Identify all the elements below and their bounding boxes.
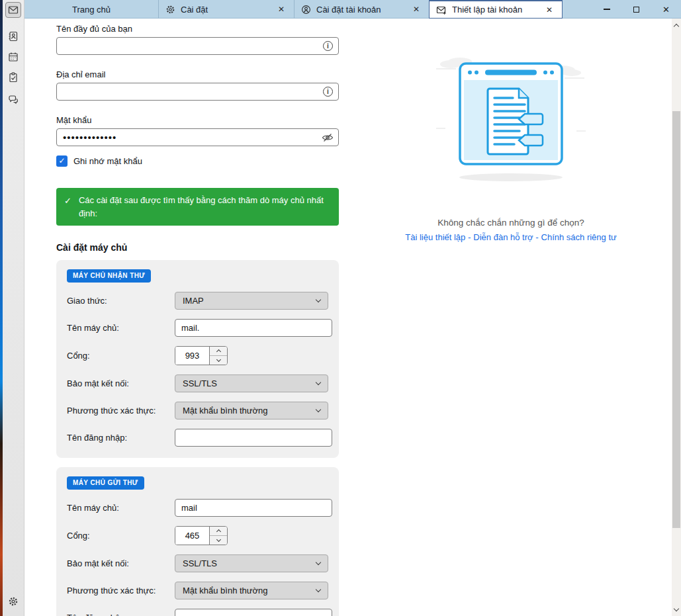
password-input[interactable] xyxy=(56,128,339,146)
scrollbar-thumb[interactable] xyxy=(672,111,680,528)
outgoing-hostname-input[interactable] xyxy=(175,499,332,517)
close-icon[interactable]: ✕ xyxy=(275,3,287,15)
port-spinner xyxy=(209,527,227,545)
tab-label: Cài đặt tài khoản xyxy=(316,5,406,15)
close-window-button[interactable]: ✕ xyxy=(651,0,681,19)
chevron-down-icon xyxy=(316,587,321,592)
username-label: Tên đăng nhập: xyxy=(67,433,175,443)
minimize-icon xyxy=(604,9,610,9)
protocol-row: Giao thức: IMAP xyxy=(67,292,328,310)
chat-icon xyxy=(8,94,19,105)
eye-slash-icon[interactable] xyxy=(322,133,334,142)
auth-row: Phương thức xác thực: Mật khẩu bình thườ… xyxy=(67,402,328,419)
outgoing-port-input[interactable] xyxy=(175,527,209,545)
gear-icon xyxy=(8,596,19,607)
incoming-security-select[interactable]: SSL/TLS xyxy=(175,374,328,392)
spaces-toolbar xyxy=(3,0,24,616)
chevron-up-icon xyxy=(216,349,220,354)
hostname-label: Tên máy chủ: xyxy=(67,323,175,333)
tab-home[interactable]: Trang chủ xyxy=(24,0,159,19)
space-tasks[interactable] xyxy=(5,69,21,85)
outgoing-auth-select[interactable]: Mật khẩu bình thường xyxy=(175,582,328,599)
security-row: Bảo mật kết nối: SSL/TLS xyxy=(67,374,328,392)
incoming-hostname-input[interactable] xyxy=(175,319,332,337)
username-label: Tên đăng nhập: xyxy=(67,613,175,616)
gear-icon xyxy=(165,5,175,15)
account-form: Tên đầy đủ của bạn i Địa chỉ email i Mật… xyxy=(56,24,339,616)
server-settings-title: Cài đặt máy chủ xyxy=(56,242,339,253)
hostname-label: Tên máy chủ: xyxy=(67,503,175,513)
maximize-icon xyxy=(633,7,639,13)
port-row: Cổng: xyxy=(67,526,328,545)
support-forum-link[interactable]: Diễn đàn hỗ trợ xyxy=(473,232,533,242)
username-row: Tên đăng nhập: xyxy=(67,429,328,447)
chevron-down-icon xyxy=(316,560,321,565)
auth-row: Phương thức xác thực: Mật khẩu bình thườ… xyxy=(67,582,328,599)
setup-docs-link[interactable]: Tài liệu thiết lập xyxy=(405,232,465,242)
account-icon xyxy=(301,5,311,15)
chevron-down-icon xyxy=(316,297,321,302)
spinner-up-button[interactable] xyxy=(210,527,227,536)
minimize-button[interactable] xyxy=(592,0,621,19)
tab-settings[interactable]: Cài đặt ✕ xyxy=(159,0,295,19)
help-links: Tài liệu thiết lập - Diễn đàn hỗ trợ - C… xyxy=(334,232,681,242)
chevron-down-icon xyxy=(674,606,679,611)
info-icon: i xyxy=(323,87,333,97)
protocol-select[interactable]: IMAP xyxy=(175,292,328,310)
space-calendar[interactable] xyxy=(5,49,21,65)
chevron-down-icon xyxy=(316,407,321,412)
space-mail[interactable] xyxy=(5,2,21,18)
port-row: Cổng: xyxy=(67,346,328,365)
check-icon: ✓ xyxy=(64,195,71,220)
vertical-scrollbar[interactable] xyxy=(672,19,681,616)
email-label: Địa chỉ email xyxy=(56,69,339,79)
incoming-port-input[interactable] xyxy=(175,347,209,365)
incoming-server-badge: MÁY CHỦ NHẬN THƯ xyxy=(67,269,151,283)
fullname-input[interactable] xyxy=(56,37,339,55)
spinner-down-button[interactable] xyxy=(210,356,227,365)
security-label: Bảo mật kết nối: xyxy=(67,558,175,568)
select-value: Mật khẩu bình thường xyxy=(183,586,268,595)
checkbox-checked-icon[interactable]: ✓ xyxy=(56,155,68,167)
incoming-server-section: MÁY CHỦ NHẬN THƯ Giao thức: IMAP Tên máy… xyxy=(56,260,339,458)
tab-account-settings[interactable]: Cài đặt tài khoản ✕ xyxy=(295,0,429,19)
spinner-down-button[interactable] xyxy=(210,536,227,545)
chevron-down-icon xyxy=(316,380,321,385)
maximize-button[interactable] xyxy=(621,0,651,19)
remember-password-row[interactable]: ✓ Ghi nhớ mật khẩu xyxy=(56,155,339,167)
hostname-row: Tên máy chủ: xyxy=(67,499,328,517)
chevron-up-icon xyxy=(674,23,679,28)
space-chat[interactable] xyxy=(5,91,21,107)
select-value: Mật khẩu bình thường xyxy=(183,406,268,416)
port-label: Cổng: xyxy=(67,531,175,541)
scroll-down-button[interactable] xyxy=(672,605,681,614)
close-icon[interactable]: ✕ xyxy=(410,3,422,15)
mail-plus-icon xyxy=(436,5,447,15)
outgoing-username-input[interactable] xyxy=(175,609,332,616)
protocol-label: Giao thức: xyxy=(67,296,175,306)
incoming-username-input[interactable] xyxy=(175,429,332,447)
select-value: IMAP xyxy=(183,296,204,306)
scroll-up-button[interactable] xyxy=(672,21,681,30)
tab-label: Thiết lập tài khoản xyxy=(452,5,539,15)
link-separator: - xyxy=(465,232,473,242)
account-setup-page: Tên đầy đủ của bạn i Địa chỉ email i Mật… xyxy=(24,19,681,616)
outgoing-server-section: MÁY CHỦ GỬI THƯ Tên máy chủ: Cổng: Bảo m… xyxy=(56,467,339,616)
security-label: Bảo mật kết nối: xyxy=(67,378,175,388)
spinner-up-button[interactable] xyxy=(210,347,227,356)
port-spinner xyxy=(209,347,227,365)
space-address-book[interactable] xyxy=(5,28,21,44)
close-icon[interactable]: ✕ xyxy=(543,4,555,16)
privacy-policy-link[interactable]: Chính sách riêng tư xyxy=(541,232,617,242)
port-label: Cổng: xyxy=(67,351,175,361)
success-banner: ✓ Các cài đặt sau được tìm thấy bằng các… xyxy=(56,188,339,226)
fullname-label: Tên đầy đủ của bạn xyxy=(56,24,339,34)
tab-label: Trang chủ xyxy=(72,5,111,15)
tab-account-setup[interactable]: Thiết lập tài khoản ✕ xyxy=(429,0,563,19)
mail-icon xyxy=(8,5,19,15)
window-controls: ✕ xyxy=(592,0,681,19)
space-settings[interactable] xyxy=(5,594,21,609)
email-input[interactable] xyxy=(56,83,339,101)
outgoing-security-select[interactable]: SSL/TLS xyxy=(175,554,328,572)
incoming-auth-select[interactable]: Mật khẩu bình thường xyxy=(175,402,328,419)
